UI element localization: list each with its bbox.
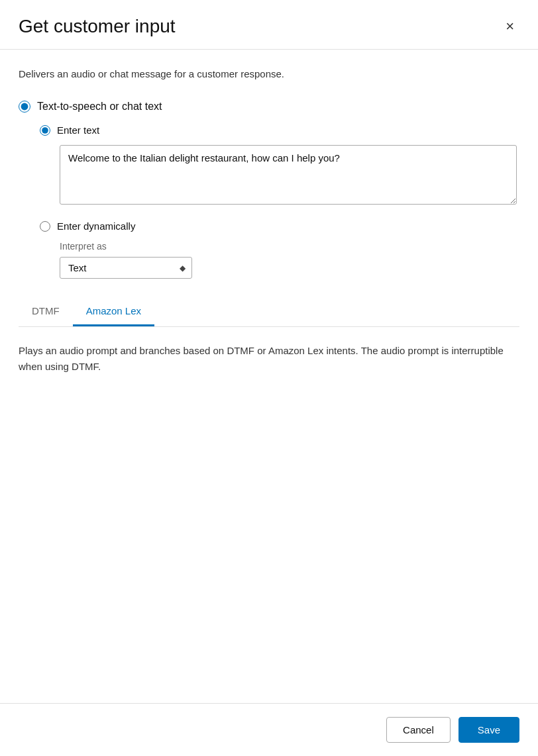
- tts-radio-label[interactable]: Text-to-speech or chat text: [37, 101, 162, 113]
- welcome-text-textarea[interactable]: Welcome to the Italian delight restauran…: [60, 145, 517, 205]
- interpret-as-label: Interpret as: [60, 241, 519, 252]
- tab-amazon-lex[interactable]: Amazon Lex: [73, 297, 154, 326]
- enter-text-radio-label[interactable]: Enter text: [57, 124, 99, 136]
- enter-text-radio-input[interactable]: [40, 125, 50, 136]
- modal-header: Get customer input ×: [0, 0, 538, 50]
- modal-container: Get customer input × Delivers an audio o…: [0, 0, 538, 756]
- tts-section: Text-to-speech or chat text Enter text W…: [19, 101, 519, 279]
- tts-radio-input[interactable]: [19, 101, 30, 113]
- interpret-as-select[interactable]: Text SSML Voice: [60, 257, 192, 279]
- enter-dynamically-radio-label[interactable]: Enter dynamically: [57, 220, 135, 232]
- modal-footer: Cancel Save: [0, 703, 538, 756]
- interpret-section: Interpret as Text SSML Voice ◆: [60, 241, 519, 279]
- interpret-as-select-wrapper: Text SSML Voice ◆: [60, 257, 192, 279]
- tab-description-text: Plays an audio prompt and branches based…: [19, 343, 519, 375]
- modal-title: Get customer input: [19, 16, 176, 37]
- tab-dtmf[interactable]: DTMF: [19, 297, 73, 326]
- save-button[interactable]: Save: [458, 717, 519, 743]
- enter-text-radio-group: Enter text: [40, 124, 519, 136]
- enter-dynamically-radio-input[interactable]: [40, 221, 50, 232]
- close-button[interactable]: ×: [500, 17, 519, 36]
- text-input-container: Welcome to the Italian delight restauran…: [60, 145, 519, 207]
- modal-body: Delivers an audio or chat message for a …: [0, 50, 538, 703]
- enter-dynamically-radio-group: Enter dynamically: [40, 220, 519, 232]
- modal-description: Delivers an audio or chat message for a …: [19, 68, 519, 79]
- tts-sub-section: Enter text Welcome to the Italian deligh…: [40, 124, 519, 279]
- tab-content-amazon-lex: Plays an audio prompt and branches based…: [19, 327, 519, 391]
- tabs-container: DTMF Amazon Lex: [19, 297, 519, 327]
- main-radio-group: Text-to-speech or chat text: [19, 101, 519, 113]
- cancel-button[interactable]: Cancel: [386, 717, 451, 743]
